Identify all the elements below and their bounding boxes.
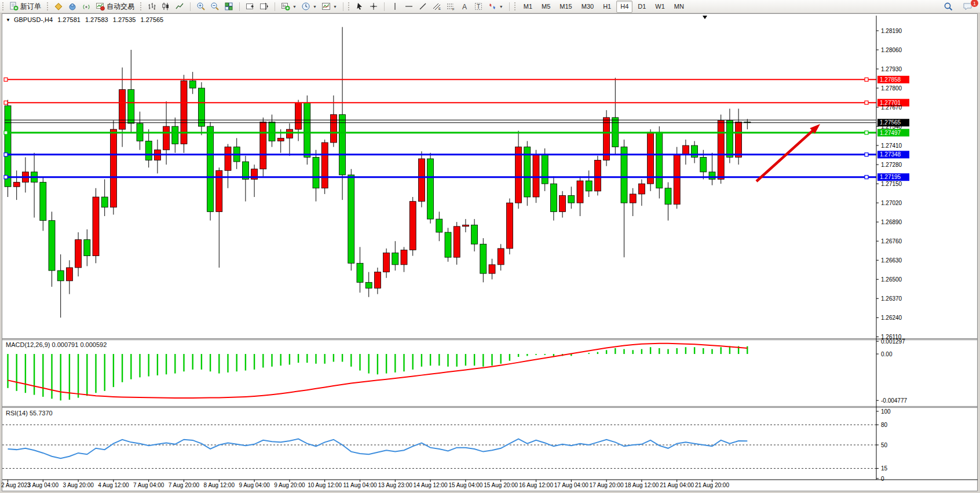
- trendline-button[interactable]: [416, 1, 430, 12]
- timeframe-d1-button[interactable]: D1: [634, 1, 650, 13]
- arrows-icon: [488, 2, 497, 11]
- candle-body: [286, 129, 292, 138]
- line-handle[interactable]: [4, 153, 8, 156]
- new-order-button[interactable]: 新订单: [7, 1, 43, 12]
- bar-chart-button[interactable]: [145, 1, 159, 12]
- timeframe-m30-button[interactable]: M30: [577, 1, 598, 13]
- candle-body: [427, 159, 434, 219]
- timeframe-h4-button[interactable]: H4: [616, 1, 632, 13]
- price-badge-value: 1.27858: [880, 76, 901, 83]
- text-button[interactable]: A: [458, 1, 471, 12]
- time-tick-label: 3 Aug 04:00: [28, 482, 59, 488]
- tile-windows-button[interactable]: [222, 1, 236, 12]
- new-chart-button[interactable]: ▼: [279, 1, 299, 12]
- candle-body: [542, 154, 548, 184]
- timeframe-mn-button[interactable]: MN: [670, 1, 688, 13]
- line-chart-button[interactable]: [173, 1, 187, 12]
- close-value: 1.27565: [140, 16, 163, 23]
- crosshair-button[interactable]: [367, 1, 381, 12]
- market-button[interactable]: [65, 1, 79, 12]
- timeframe-w1-button[interactable]: W1: [651, 1, 669, 13]
- periods-button[interactable]: ▼: [299, 1, 319, 12]
- auto-trading-icon: [96, 2, 105, 11]
- chart-shift-button[interactable]: [257, 1, 271, 12]
- candle-body: [392, 253, 398, 265]
- notification-badge: 1: [970, 0, 979, 8]
- line-handle[interactable]: [4, 176, 8, 179]
- indicators-button[interactable]: ▼: [319, 1, 339, 12]
- chat-button[interactable]: 1: [960, 1, 975, 12]
- candle-body: [383, 253, 390, 272]
- horizontal-line-objects[interactable]: [4, 78, 876, 178]
- rsi-axis-label: 0: [881, 476, 884, 482]
- macd-axis-label: 0.00: [881, 351, 893, 357]
- candle-body: [225, 147, 231, 171]
- timeframe-m5-button[interactable]: M5: [537, 1, 554, 13]
- candle-body: [13, 182, 20, 187]
- candle-body: [277, 138, 284, 141]
- price-tick-label: 1.27930: [881, 66, 902, 72]
- candle-body: [682, 145, 689, 154]
- candle-body: [471, 225, 478, 244]
- signals-button[interactable]: [79, 1, 93, 12]
- fibonacci-button[interactable]: F: [444, 1, 458, 12]
- candle-body: [40, 182, 46, 221]
- vertical-line-icon: [390, 2, 400, 11]
- line-handle[interactable]: [4, 101, 8, 104]
- price-axis[interactable]: 1.278581.277011.275651.274971.273481.271…: [876, 28, 909, 340]
- line-handle[interactable]: [4, 78, 8, 81]
- line-handle[interactable]: [865, 176, 868, 179]
- zoom-in-button[interactable]: [194, 1, 208, 12]
- time-tick-label: 21 Aug 20:00: [695, 482, 729, 488]
- new-chart-icon: [281, 2, 290, 11]
- line-handle[interactable]: [865, 78, 868, 81]
- search-icon: [944, 2, 953, 12]
- line-handle[interactable]: [865, 131, 868, 134]
- candlestick-chart-button[interactable]: [159, 1, 173, 12]
- candle-body: [172, 126, 178, 144]
- candle-body: [409, 202, 416, 250]
- profiles-button[interactable]: [52, 1, 65, 12]
- price-badge-value: 1.27195: [880, 174, 901, 180]
- new-order-label: 新订单: [20, 2, 41, 12]
- chevron-down-icon: ▼: [333, 5, 337, 9]
- line-handle[interactable]: [865, 101, 868, 104]
- candle-body: [295, 103, 302, 129]
- cursor-icon: [355, 2, 364, 11]
- signals-icon: [82, 2, 91, 11]
- candle-body: [93, 197, 99, 256]
- cursor-button[interactable]: [353, 1, 367, 12]
- line-handle[interactable]: [4, 131, 8, 134]
- time-tick-label: 7 Aug 04:00: [133, 482, 164, 488]
- time-axis[interactable]: 2 Aug 20233 Aug 04:003 Aug 20:004 Aug 12…: [1, 480, 729, 488]
- auto-scroll-button[interactable]: [243, 1, 257, 12]
- chart-shift-marker[interactable]: [703, 16, 707, 19]
- price-tick-label: 1.27670: [881, 104, 902, 111]
- candle-body: [418, 159, 425, 202]
- line-handle[interactable]: [865, 153, 868, 156]
- auto-trading-label: 自动交易: [107, 2, 134, 12]
- auto-trading-button[interactable]: 自动交易: [93, 1, 137, 12]
- open-value: 1.27581: [57, 16, 81, 23]
- chevron-down-icon: ▼: [292, 5, 297, 9]
- candle-body: [57, 271, 64, 281]
- candle-body: [198, 88, 204, 126]
- zoom-out-button[interactable]: [208, 1, 222, 12]
- candle-body: [321, 143, 328, 188]
- vertical-line-button[interactable]: [388, 1, 402, 12]
- time-tick-label: 16 Aug 12:00: [519, 482, 553, 488]
- text-label-button[interactable]: T: [471, 1, 485, 12]
- timeframe-h1-button[interactable]: H1: [599, 1, 615, 13]
- candle-body: [586, 181, 592, 191]
- equidistant-channel-button[interactable]: E: [430, 1, 444, 12]
- rsi-axis-label: 15: [881, 465, 888, 472]
- horizontal-line-button[interactable]: [402, 1, 416, 12]
- search-button[interactable]: [941, 1, 956, 12]
- candle-body: [709, 172, 715, 180]
- chevron-down-icon: ▼: [499, 5, 503, 9]
- collapse-triangle-icon[interactable]: ▼: [6, 17, 10, 23]
- timeframe-m1-button[interactable]: M1: [520, 1, 536, 13]
- candlestick-series: [5, 16, 751, 317]
- arrows-button[interactable]: ▼: [485, 1, 506, 12]
- timeframe-m15-button[interactable]: M15: [555, 1, 576, 13]
